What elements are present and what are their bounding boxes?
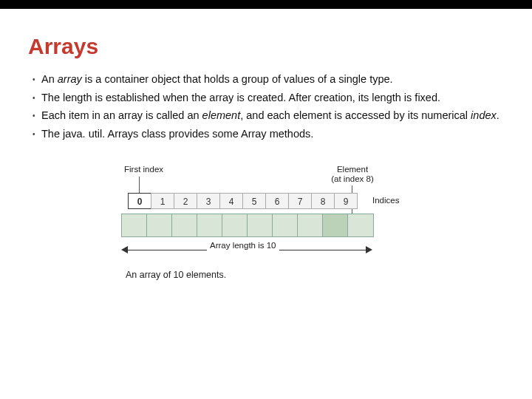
slide-content: Arrays An array is a container object th…: [0, 9, 532, 290]
bullet-4-text: The java. util. Arrays class provides so…: [41, 128, 313, 140]
index-3: 3: [197, 193, 220, 209]
bullet-4: The java. util. Arrays class provides so…: [33, 127, 504, 142]
index-1: 1: [151, 193, 174, 209]
bullet-2: The length is established when the array…: [33, 91, 504, 106]
index-5: 5: [242, 193, 266, 209]
array-figure: First index Element (at index 8) 0 1 2 3…: [81, 165, 451, 290]
first-index-label: First index: [124, 165, 163, 174]
arrow-right-icon: [366, 246, 372, 253]
cell-8-highlight: [323, 214, 348, 236]
length-label: Array length is 10: [207, 241, 279, 250]
bullet-1-em: array: [58, 73, 82, 85]
index-0: 0: [128, 193, 151, 209]
index-4: 4: [219, 193, 243, 209]
bullet-1: An array is a container object that hold…: [33, 72, 504, 87]
cell-2: [172, 214, 197, 236]
cell-7: [298, 214, 323, 236]
bullet-3-em1: element: [202, 109, 241, 121]
bullet-3-pre: Each item in an array is called an: [41, 109, 202, 121]
element-label-line1: Element: [337, 165, 368, 174]
index-7: 7: [288, 193, 312, 209]
bullet-3-mid: , and each element is accessed by its nu…: [240, 109, 471, 121]
cell-1: [147, 214, 172, 236]
cell-4: [222, 214, 248, 236]
array-cells: [121, 214, 374, 237]
bullet-1-mid: is a container object that holds a group…: [82, 73, 393, 85]
index-2: 2: [174, 193, 197, 209]
index-6: 6: [265, 193, 289, 209]
cell-5: [248, 214, 273, 236]
indices-row: 0 1 2 3 4 5 6 7 8 9: [129, 193, 358, 209]
index-8: 8: [311, 193, 335, 209]
indices-label: Indices: [372, 196, 399, 205]
bullet-3: Each item in an array is called an eleme…: [33, 109, 504, 123]
first-index-pointer: [139, 177, 140, 193]
top-black-bar: [0, 0, 532, 9]
bullet-3-em2: index: [471, 109, 497, 121]
cell-3: [197, 214, 222, 236]
bullet-list: An array is a container object that hold…: [28, 72, 504, 141]
slide-title: Arrays: [28, 34, 504, 59]
cell-6: [273, 214, 298, 236]
cell-0: [122, 214, 147, 236]
bullet-1-pre: An: [41, 73, 58, 85]
index-9: 9: [334, 193, 358, 209]
element-label: Element (at index 8): [327, 165, 378, 184]
figure-caption: An array of 10 elements.: [126, 270, 226, 280]
cell-9: [348, 214, 373, 236]
bullet-3-post: .: [497, 109, 499, 121]
bullet-2-text: The length is established when the array…: [41, 92, 440, 103]
element-label-line2: (at index 8): [331, 174, 374, 183]
